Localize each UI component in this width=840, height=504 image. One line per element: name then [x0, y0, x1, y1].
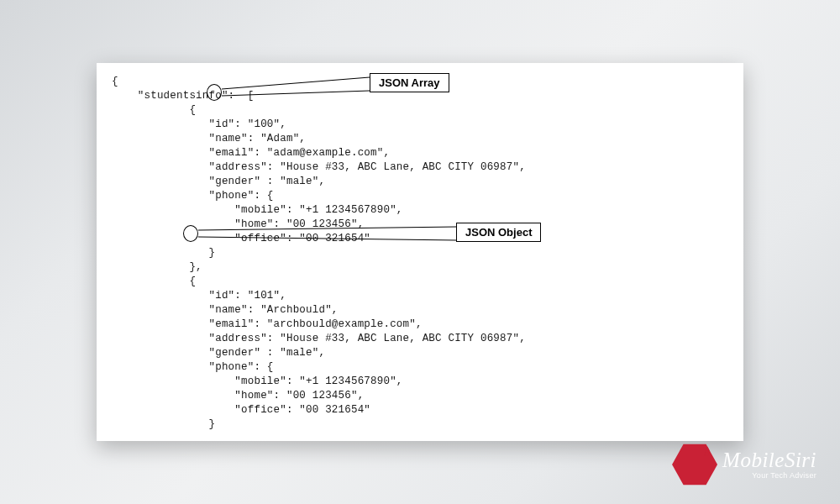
code-line: "email": "adam@example.com", — [112, 147, 390, 159]
logo-tagline: Your Tech Adviser — [722, 472, 816, 480]
code-line: "address": "House #33, ABC Lane, ABC CIT… — [112, 333, 526, 344]
code-line: "office": "00 321654" — [112, 233, 370, 244]
code-line: "home": "00 123456", — [112, 390, 364, 402]
code-line: "studentsinfo": [ — [112, 90, 254, 102]
code-line: "phone": { — [112, 361, 274, 373]
logo-title: MobileSiri — [722, 449, 816, 470]
callout-json-array: JSON Array — [370, 73, 449, 92]
logo-text: MobileSiri Your Tech Adviser — [722, 449, 816, 480]
code-line: "name": "Adam", — [112, 133, 306, 144]
brand-logo: MobileSiri Your Tech Adviser — [672, 442, 816, 487]
svg-point-4 — [706, 453, 709, 456]
code-line: "home": "00 123456", — [112, 218, 364, 230]
code-line: "mobile": "+1 1234567890", — [112, 375, 403, 387]
code-card: { "studentsinfo": [ { "id": "100", "name… — [97, 63, 743, 441]
json-code-block: { "studentsinfo": [ { "id": "100", "name… — [112, 75, 728, 432]
code-line: "office": "00 321654" — [112, 404, 370, 416]
callout-label: JSON Array — [379, 76, 440, 89]
logo-hexagon-icon — [672, 442, 717, 487]
code-line: { — [112, 276, 196, 287]
callout-json-object: JSON Object — [456, 223, 541, 242]
code-line: { — [112, 76, 118, 87]
code-line: "gender" : "male", — [112, 347, 325, 359]
code-line: "id": "101", — [112, 290, 286, 302]
code-line: }, — [112, 261, 202, 273]
code-line: } — [112, 247, 215, 259]
code-line: "name": "Archbould", — [112, 304, 339, 316]
code-line: { — [112, 104, 196, 116]
code-line: "phone": { — [112, 190, 274, 202]
callout-label: JSON Object — [465, 226, 532, 239]
code-line: "mobile": "+1 1234567890", — [112, 204, 403, 216]
ellipse-marker-object — [183, 225, 198, 242]
ellipse-marker-array — [207, 84, 222, 101]
code-line: "gender" : "male", — [112, 176, 325, 187]
code-line: "id": "100", — [112, 118, 286, 130]
code-line: } — [112, 418, 215, 430]
code-line: "email": "archbould@example.com", — [112, 318, 423, 330]
code-line: "address": "House #33, ABC Lane, ABC CIT… — [112, 161, 526, 173]
